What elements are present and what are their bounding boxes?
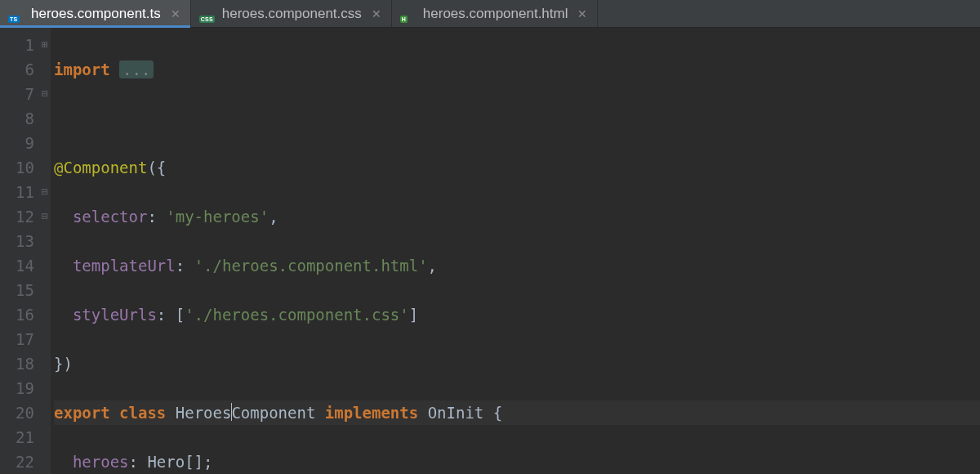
typescript-file-icon: TS	[10, 7, 24, 21]
line-number: 22	[0, 449, 34, 474]
code-line[interactable]: selector: 'my-heroes',	[54, 204, 980, 229]
line-number: 19	[0, 376, 34, 400]
close-icon[interactable]: ✕	[171, 7, 180, 20]
tab-label: heroes.component.css	[222, 6, 362, 22]
line-number: 1	[0, 33, 34, 57]
tab-label: heroes.component.html	[423, 6, 568, 22]
line-number: 15	[0, 278, 34, 302]
code-line[interactable]	[54, 106, 980, 131]
line-number: 17	[0, 327, 34, 351]
code-line[interactable]: @Component({	[54, 155, 980, 180]
tab-label: heroes.component.ts	[31, 6, 161, 22]
code-line[interactable]: templateUrl: './heroes.component.html',	[54, 253, 980, 278]
line-number: 7	[0, 82, 34, 106]
fold-collapse-icon[interactable]: ⊟	[39, 204, 51, 229]
folded-region[interactable]: ...	[119, 60, 154, 78]
editor: 1 6 7 8 9 10 11 12 13 14 15 16 17 18 19 …	[0, 28, 980, 474]
line-number: 20	[0, 400, 34, 425]
code-line[interactable]: styleUrls: ['./heroes.component.css']	[54, 302, 980, 327]
code-line-current[interactable]: export class HeroesComponent implements …	[54, 400, 980, 425]
fold-gutter[interactable]: ⊞ ⊟ ⊟ ⊟	[39, 28, 51, 474]
css-file-icon: CSS	[201, 7, 216, 21]
line-number: 8	[0, 106, 34, 131]
tab-heroes-ts[interactable]: TS heroes.component.ts ✕	[0, 0, 191, 27]
tab-heroes-html[interactable]: H heroes.component.html ✕	[392, 0, 599, 27]
html-file-icon: H	[402, 7, 416, 21]
line-number: 11	[0, 180, 34, 204]
tab-bar: TS heroes.component.ts ✕ CSS heroes.comp…	[0, 0, 980, 28]
close-icon[interactable]: ✕	[577, 7, 587, 20]
code-line[interactable]: heroes: Hero[];	[54, 449, 980, 474]
line-number: 14	[0, 253, 34, 278]
line-number: 6	[0, 57, 34, 82]
line-number: 18	[0, 351, 34, 376]
fold-collapse-icon[interactable]: ⊟	[39, 82, 51, 106]
code-area[interactable]: import ... @Component({ selector: 'my-he…	[51, 28, 980, 474]
line-number: 12	[0, 204, 34, 229]
line-number: 10	[0, 155, 34, 180]
fold-expand-icon[interactable]: ⊞	[39, 33, 51, 57]
fold-collapse-icon[interactable]: ⊟	[39, 180, 51, 204]
line-number: 13	[0, 229, 34, 253]
line-number: 21	[0, 425, 34, 449]
code-line[interactable]: })	[54, 351, 980, 376]
line-number: 9	[0, 131, 34, 155]
line-number: 16	[0, 302, 34, 327]
tab-heroes-css[interactable]: CSS heroes.component.css ✕	[191, 0, 392, 27]
line-number-gutter[interactable]: 1 6 7 8 9 10 11 12 13 14 15 16 17 18 19 …	[0, 28, 39, 474]
close-icon[interactable]: ✕	[372, 7, 381, 20]
code-line[interactable]: import ...	[54, 57, 980, 82]
